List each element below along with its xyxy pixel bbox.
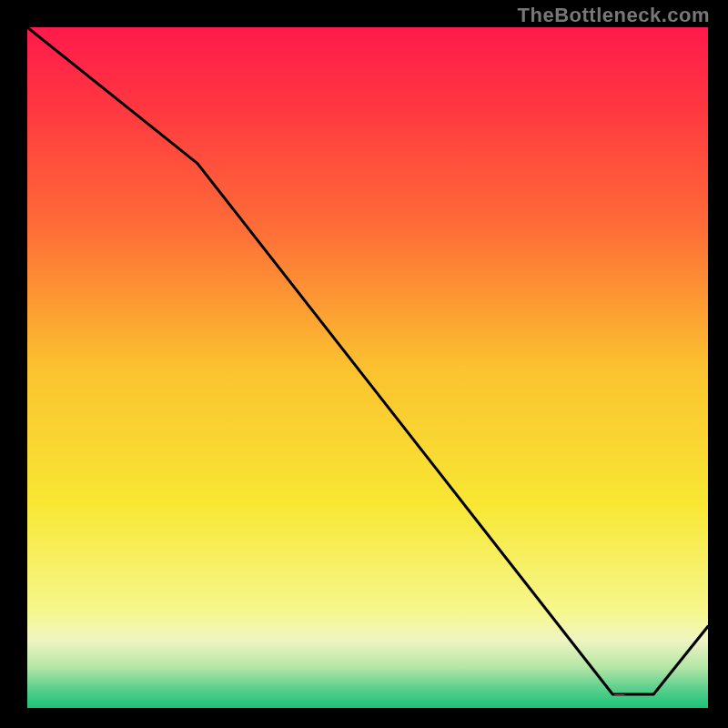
- gradient-background: [27, 27, 708, 708]
- watermark-text: TheBottleneck.com: [518, 4, 710, 27]
- plot-area: —: [27, 27, 708, 708]
- chart-frame: TheBottleneck.com —: [0, 0, 728, 728]
- annotation-label: —: [614, 689, 624, 700]
- annotation-area: —: [565, 689, 674, 700]
- chart-svg: [27, 27, 708, 708]
